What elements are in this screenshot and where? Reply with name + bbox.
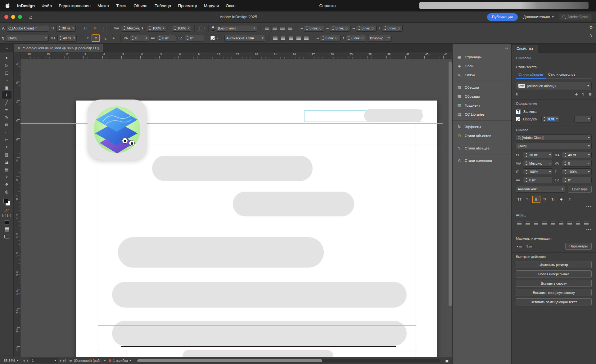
horizontal-scrollbar[interactable] xyxy=(137,359,440,362)
character-style-badge[interactable]: T xyxy=(198,26,202,30)
stepper[interactable] xyxy=(525,153,528,158)
align-button[interactable] xyxy=(524,220,531,226)
apply-gradient-swatch[interactable] xyxy=(5,227,9,232)
align-button[interactable] xyxy=(303,35,310,41)
menubar-item[interactable]: Редактирование xyxy=(59,3,91,8)
tool-button[interactable]: ▧ xyxy=(2,151,11,158)
publish-button[interactable]: Публикация xyxy=(487,13,518,21)
align-button[interactable] xyxy=(279,25,286,31)
horizontal-rule[interactable] xyxy=(121,346,396,347)
baseline-shift-field[interactable]: 0 пт xyxy=(157,35,176,42)
margin-guide-right[interactable] xyxy=(416,123,416,355)
more-options-icon[interactable]: ••• xyxy=(516,204,592,208)
formatting-affects-text-icon[interactable]: T xyxy=(7,214,11,217)
placeholder-bar[interactable] xyxy=(233,192,354,216)
symbols-group-label[interactable]: Символы xyxy=(516,56,592,60)
menubar-item[interactable]: Модули xyxy=(204,3,219,8)
spacing-stepper[interactable] xyxy=(322,36,325,41)
stroke-label[interactable]: Обводка xyxy=(523,117,537,121)
expand-icon[interactable]: › xyxy=(217,36,218,40)
font-size-field[interactable]: 30 пт xyxy=(56,25,76,32)
kerning-stepper[interactable] xyxy=(123,26,126,31)
font-size-stepper[interactable] xyxy=(58,26,61,31)
tab-paragraph-styles[interactable]: Стили абзацев xyxy=(516,71,546,79)
strikethrough-button[interactable]: T xyxy=(558,196,565,202)
panel-tab[interactable]: ▨ Обводка xyxy=(453,83,511,92)
indent-field[interactable]: 0 пик. 0 xyxy=(356,25,377,32)
all-caps-button[interactable]: TT xyxy=(516,196,523,202)
page-number-field[interactable]: 1 xyxy=(30,358,58,363)
kerning-combo[interactable]: Метрич. xyxy=(121,25,140,32)
app-icon-artwork[interactable] xyxy=(88,100,147,160)
quick-action-button[interactable]: Вставить сноску xyxy=(516,280,592,287)
stepper[interactable] xyxy=(525,161,528,166)
indent-field[interactable]: 0 пик. 0 xyxy=(382,25,403,32)
fill-swatch[interactable]: T xyxy=(516,109,521,114)
tool-button[interactable]: ✒ xyxy=(2,106,11,113)
vertical-scrollbar[interactable] xyxy=(449,61,452,306)
stepper[interactable] xyxy=(564,161,567,166)
placeholder-bar[interactable] xyxy=(118,237,324,268)
placeholder-bar[interactable] xyxy=(152,156,313,181)
guide-horizontal[interactable] xyxy=(98,351,416,351)
tool-button[interactable]: ◎ xyxy=(2,188,11,195)
first-page-button[interactable]: ◀ xyxy=(21,359,25,362)
bullet-list-button[interactable]: • xyxy=(516,243,523,249)
tool-button[interactable]: ◪ xyxy=(2,158,11,166)
placeholder-bar[interactable] xyxy=(112,321,407,346)
properties-tab[interactable]: Свойства xyxy=(512,45,538,53)
collapse-tools-icon[interactable]: » xyxy=(0,44,14,52)
stepper[interactable] xyxy=(564,178,567,183)
quick-action-button[interactable]: Вставить концевую сноску xyxy=(516,289,592,296)
tool-button[interactable]: ✎ xyxy=(2,113,11,121)
apply-none-icon[interactable]: T xyxy=(4,208,10,212)
align-button[interactable] xyxy=(264,25,270,31)
font-family-combo[interactable]: [Adobe Clean] xyxy=(516,134,592,141)
tracking-stepper[interactable] xyxy=(131,36,134,41)
align-button[interactable] xyxy=(575,220,581,226)
horizontal-ruler[interactable]: 181512963036912151821242730333639424548 xyxy=(20,52,452,59)
align-button[interactable] xyxy=(271,25,278,31)
align-to-grid-combo[interactable]: Игнорир xyxy=(368,35,392,42)
type-tool[interactable]: T xyxy=(2,91,11,99)
last-page-button[interactable]: ▶ xyxy=(63,359,66,362)
small-caps-button[interactable]: Tт xyxy=(83,35,90,41)
strikethrough-button[interactable]: T xyxy=(110,35,117,41)
quick-action-button[interactable]: Вставить замещающий текст xyxy=(516,298,592,305)
next-page-button[interactable]: ▶ xyxy=(60,359,62,362)
zoom-window-button[interactable] xyxy=(18,15,22,19)
subscript-button[interactable]: T₁ xyxy=(101,35,108,41)
lowercase-button[interactable]: tt xyxy=(92,35,99,41)
all-caps-button[interactable]: TT xyxy=(82,25,89,31)
indent-stepper[interactable] xyxy=(384,26,387,31)
lowercase-button[interactable]: tt xyxy=(533,196,540,202)
bullets-options-button[interactable]: Параметры xyxy=(565,243,592,250)
style-override-icon[interactable]: ✚ xyxy=(575,92,578,96)
font-family-combo[interactable]: [Adobe Clean] xyxy=(7,25,49,32)
layout-selector[interactable]: ▭ (Основной) (раб... xyxy=(69,359,106,362)
apple-menu-icon[interactable] xyxy=(6,3,10,8)
panel-tab[interactable]: ▤ CC Libraries xyxy=(453,110,511,119)
menubar-item[interactable]: Окно xyxy=(226,3,235,8)
panel-tab[interactable]: ◈ Слои xyxy=(453,61,511,70)
tool-button[interactable]: ▤ xyxy=(2,166,11,173)
align-button[interactable] xyxy=(516,220,523,226)
vertical-scale-field[interactable]: 100% xyxy=(523,168,553,175)
vertical-scale-stepper[interactable] xyxy=(148,26,151,31)
language-combo[interactable]: Английский: США xyxy=(224,35,265,42)
panel-tab[interactable]: А Стили символов xyxy=(453,156,511,165)
new-style-icon[interactable]: ⊞ xyxy=(589,92,592,96)
menubar-app-name[interactable]: InDesign xyxy=(17,3,35,8)
style-pilcrow-icon[interactable]: ¶ xyxy=(582,92,584,96)
skew-field[interactable]: 0° xyxy=(562,177,592,183)
tool-button[interactable]: ▷ xyxy=(2,61,11,69)
vertical-ruler[interactable]: 30369121518212427303336394245 xyxy=(14,59,20,357)
panel-menu-icon[interactable]: ⚙ xyxy=(589,25,593,30)
paragraph-style-combo[interactable]: [Без стиля] xyxy=(216,25,257,32)
indent-field[interactable]: 0 пик. 0 xyxy=(330,25,350,32)
panel-tab[interactable]: ▦ Страницы xyxy=(453,52,511,61)
tool-button[interactable]: ❖ xyxy=(2,180,11,188)
tool-button[interactable]: ↔ xyxy=(2,76,11,84)
scrollbar-thumb[interactable] xyxy=(137,359,322,362)
fill-color-indicator[interactable]: A xyxy=(212,25,214,31)
